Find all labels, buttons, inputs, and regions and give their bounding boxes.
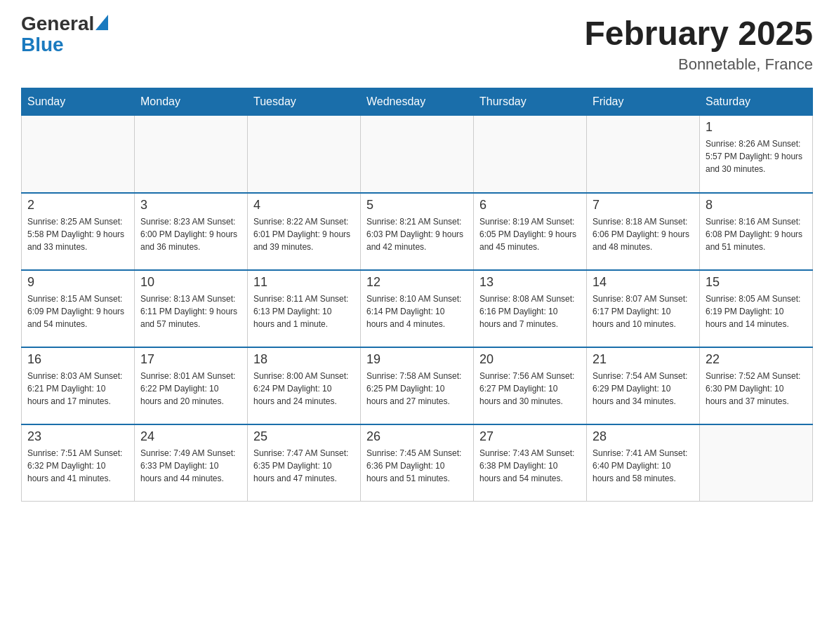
day-number: 13 — [479, 275, 581, 290]
day-number: 15 — [706, 275, 807, 290]
day-info: Sunrise: 8:21 AM Sunset: 6:03 PM Dayligh… — [366, 215, 468, 253]
page-header: General Blue February 2025 Bonnetable, F… — [21, 14, 813, 74]
calendar-cell: 6Sunrise: 8:19 AM Sunset: 6:05 PM Daylig… — [474, 193, 587, 270]
day-number: 5 — [366, 198, 468, 213]
day-info: Sunrise: 7:45 AM Sunset: 6:36 PM Dayligh… — [366, 447, 468, 485]
day-number: 28 — [593, 429, 694, 444]
day-number: 23 — [27, 429, 128, 444]
day-info: Sunrise: 7:47 AM Sunset: 6:35 PM Dayligh… — [253, 447, 355, 485]
calendar-cell: 25Sunrise: 7:47 AM Sunset: 6:35 PM Dayli… — [248, 424, 361, 502]
header-sunday: Sunday — [22, 88, 135, 116]
calendar-cell: 13Sunrise: 8:08 AM Sunset: 6:16 PM Dayli… — [474, 270, 587, 347]
calendar-cell: 3Sunrise: 8:23 AM Sunset: 6:00 PM Daylig… — [135, 193, 248, 270]
day-info: Sunrise: 8:26 AM Sunset: 5:57 PM Dayligh… — [706, 137, 807, 175]
day-info: Sunrise: 7:43 AM Sunset: 6:38 PM Dayligh… — [479, 447, 581, 485]
calendar-title: February 2025 — [584, 14, 813, 53]
day-number: 17 — [140, 352, 241, 367]
calendar-row-4: 23Sunrise: 7:51 AM Sunset: 6:32 PM Dayli… — [22, 424, 813, 502]
calendar-cell: 9Sunrise: 8:15 AM Sunset: 6:09 PM Daylig… — [22, 270, 135, 347]
day-number: 8 — [706, 198, 807, 213]
calendar-row-3: 16Sunrise: 8:03 AM Sunset: 6:21 PM Dayli… — [22, 347, 813, 424]
calendar-cell: 28Sunrise: 7:41 AM Sunset: 6:40 PM Dayli… — [587, 424, 700, 502]
day-info: Sunrise: 8:18 AM Sunset: 6:06 PM Dayligh… — [593, 215, 694, 253]
day-info: Sunrise: 8:11 AM Sunset: 6:13 PM Dayligh… — [253, 293, 355, 330]
day-number: 3 — [140, 198, 241, 213]
day-number: 14 — [593, 275, 694, 290]
day-info: Sunrise: 7:41 AM Sunset: 6:40 PM Dayligh… — [593, 447, 694, 485]
day-info: Sunrise: 8:10 AM Sunset: 6:14 PM Dayligh… — [366, 293, 468, 330]
day-number: 2 — [27, 198, 128, 213]
day-number: 20 — [479, 352, 581, 367]
header-wednesday: Wednesday — [361, 88, 474, 116]
day-number: 7 — [593, 198, 694, 213]
day-info: Sunrise: 8:08 AM Sunset: 6:16 PM Dayligh… — [479, 293, 581, 330]
calendar-table: Sunday Monday Tuesday Wednesday Thursday… — [21, 88, 813, 502]
day-number: 22 — [706, 352, 807, 367]
header-saturday: Saturday — [700, 88, 813, 116]
calendar-cell: 5Sunrise: 8:21 AM Sunset: 6:03 PM Daylig… — [361, 193, 474, 270]
calendar-cell: 18Sunrise: 8:00 AM Sunset: 6:24 PM Dayli… — [248, 347, 361, 424]
calendar-header-row: Sunday Monday Tuesday Wednesday Thursday… — [22, 88, 813, 116]
calendar-cell: 22Sunrise: 7:52 AM Sunset: 6:30 PM Dayli… — [700, 347, 813, 424]
calendar-cell: 14Sunrise: 8:07 AM Sunset: 6:17 PM Dayli… — [587, 270, 700, 347]
calendar-cell: 7Sunrise: 8:18 AM Sunset: 6:06 PM Daylig… — [587, 193, 700, 270]
calendar-cell: 24Sunrise: 7:49 AM Sunset: 6:33 PM Dayli… — [135, 424, 248, 502]
calendar-cell: 23Sunrise: 7:51 AM Sunset: 6:32 PM Dayli… — [22, 424, 135, 502]
calendar-cell — [587, 116, 700, 193]
day-number: 6 — [479, 198, 581, 213]
day-info: Sunrise: 8:19 AM Sunset: 6:05 PM Dayligh… — [479, 215, 581, 253]
calendar-cell: 2Sunrise: 8:25 AM Sunset: 5:58 PM Daylig… — [22, 193, 135, 270]
calendar-cell — [22, 116, 135, 193]
svg-marker-0 — [95, 15, 108, 30]
day-number: 16 — [27, 352, 128, 367]
day-info: Sunrise: 8:25 AM Sunset: 5:58 PM Dayligh… — [27, 215, 128, 253]
calendar-cell: 17Sunrise: 8:01 AM Sunset: 6:22 PM Dayli… — [135, 347, 248, 424]
day-info: Sunrise: 8:05 AM Sunset: 6:19 PM Dayligh… — [706, 293, 807, 330]
day-info: Sunrise: 7:52 AM Sunset: 6:30 PM Dayligh… — [706, 370, 807, 408]
header-monday: Monday — [135, 88, 248, 116]
calendar-cell: 19Sunrise: 7:58 AM Sunset: 6:25 PM Dayli… — [361, 347, 474, 424]
day-number: 10 — [140, 275, 241, 290]
calendar-cell: 27Sunrise: 7:43 AM Sunset: 6:38 PM Dayli… — [474, 424, 587, 502]
day-number: 11 — [253, 275, 355, 290]
logo-general: General — [21, 14, 94, 34]
title-section: February 2025 Bonnetable, France — [584, 14, 813, 74]
day-info: Sunrise: 7:51 AM Sunset: 6:32 PM Dayligh… — [27, 447, 128, 485]
logo-blue: Blue — [21, 34, 108, 56]
day-info: Sunrise: 8:00 AM Sunset: 6:24 PM Dayligh… — [253, 370, 355, 408]
calendar-cell: 8Sunrise: 8:16 AM Sunset: 6:08 PM Daylig… — [700, 193, 813, 270]
header-friday: Friday — [587, 88, 700, 116]
calendar-cell: 16Sunrise: 8:03 AM Sunset: 6:21 PM Dayli… — [22, 347, 135, 424]
logo-arrow-icon — [95, 15, 108, 30]
calendar-cell — [700, 424, 813, 502]
day-info: Sunrise: 7:56 AM Sunset: 6:27 PM Dayligh… — [479, 370, 581, 408]
day-info: Sunrise: 8:23 AM Sunset: 6:00 PM Dayligh… — [140, 215, 241, 253]
day-number: 24 — [140, 429, 241, 444]
day-number: 12 — [366, 275, 468, 290]
calendar-subtitle: Bonnetable, France — [584, 55, 813, 74]
calendar-row-2: 9Sunrise: 8:15 AM Sunset: 6:09 PM Daylig… — [22, 270, 813, 347]
calendar-row-0: 1Sunrise: 8:26 AM Sunset: 5:57 PM Daylig… — [22, 116, 813, 193]
day-info: Sunrise: 8:15 AM Sunset: 6:09 PM Dayligh… — [27, 293, 128, 330]
header-tuesday: Tuesday — [248, 88, 361, 116]
day-number: 27 — [479, 429, 581, 444]
calendar-cell — [135, 116, 248, 193]
header-thursday: Thursday — [474, 88, 587, 116]
calendar-cell: 4Sunrise: 8:22 AM Sunset: 6:01 PM Daylig… — [248, 193, 361, 270]
calendar-row-1: 2Sunrise: 8:25 AM Sunset: 5:58 PM Daylig… — [22, 193, 813, 270]
day-number: 9 — [27, 275, 128, 290]
day-info: Sunrise: 7:54 AM Sunset: 6:29 PM Dayligh… — [593, 370, 694, 408]
day-number: 1 — [706, 120, 807, 135]
day-info: Sunrise: 8:03 AM Sunset: 6:21 PM Dayligh… — [27, 370, 128, 408]
calendar-cell — [248, 116, 361, 193]
day-info: Sunrise: 8:13 AM Sunset: 6:11 PM Dayligh… — [140, 293, 241, 330]
calendar-cell: 1Sunrise: 8:26 AM Sunset: 5:57 PM Daylig… — [700, 116, 813, 193]
calendar-cell: 10Sunrise: 8:13 AM Sunset: 6:11 PM Dayli… — [135, 270, 248, 347]
calendar-cell: 15Sunrise: 8:05 AM Sunset: 6:19 PM Dayli… — [700, 270, 813, 347]
calendar-cell: 11Sunrise: 8:11 AM Sunset: 6:13 PM Dayli… — [248, 270, 361, 347]
day-number: 4 — [253, 198, 355, 213]
day-info: Sunrise: 8:22 AM Sunset: 6:01 PM Dayligh… — [253, 215, 355, 253]
day-info: Sunrise: 8:01 AM Sunset: 6:22 PM Dayligh… — [140, 370, 241, 408]
day-info: Sunrise: 8:07 AM Sunset: 6:17 PM Dayligh… — [593, 293, 694, 330]
day-number: 19 — [366, 352, 468, 367]
